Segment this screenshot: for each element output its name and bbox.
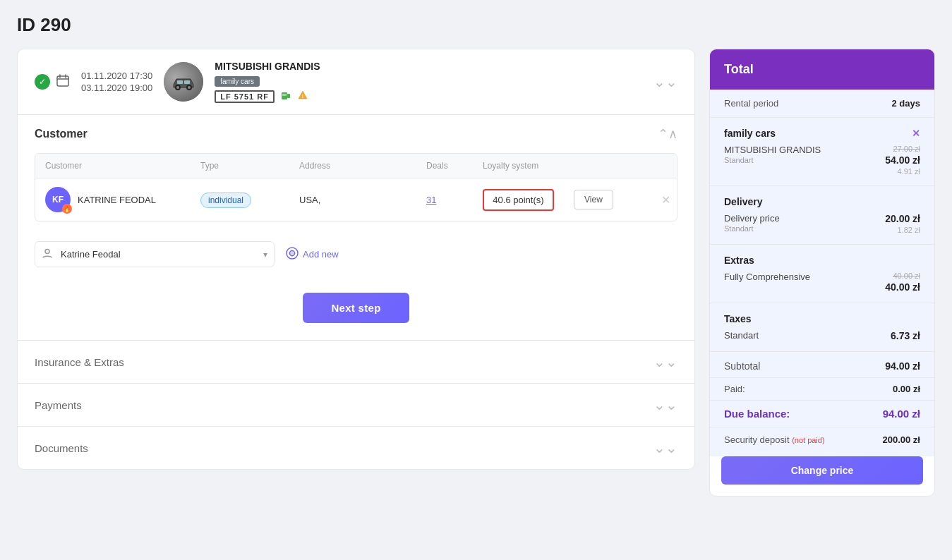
check-icon: ✓ (35, 74, 50, 90)
delivery-price-sub: 1.82 zł (898, 226, 920, 234)
customer-deals-cell[interactable]: 31 (416, 186, 473, 214)
delivery-sublabel: Standart (724, 224, 780, 233)
total-body: Rental period 2 days family cars ✕ MITSU… (710, 90, 934, 456)
group-extras-title: Extras (724, 255, 754, 266)
close-family-cars-button[interactable]: ✕ (912, 128, 920, 139)
not-paid-badge: (not paid) (792, 436, 824, 444)
documents-chevron[interactable]: ⌄ (653, 439, 677, 456)
date-vehicle-chevron[interactable]: ⌄ (653, 73, 677, 90)
change-price-button[interactable]: Change price (721, 456, 923, 485)
add-new-label: Add new (303, 249, 339, 260)
svg-text:!: ! (302, 94, 303, 99)
paid-row: Paid: 0.00 zł (710, 378, 934, 401)
deals-link[interactable]: 31 (426, 195, 436, 205)
svg-rect-9 (282, 94, 287, 96)
customer-select[interactable]: Katrine Feodal (35, 241, 275, 267)
security-label: Security deposit (not paid) (724, 434, 825, 445)
customer-remove-cell[interactable]: ✕ (649, 185, 677, 215)
group-family-cars: family cars ✕ MITSUBISHI GRANDIS Standar… (710, 118, 934, 186)
customer-select-row: Katrine Feodal ▾ Add new (18, 233, 694, 281)
customer-loyalty-cell: 40.6 point(s) (473, 181, 564, 219)
customer-full-name: KATRINE FEODAL (78, 195, 156, 205)
car-info: MITSUBISHI GRANDIS family cars LF 5751 R… (215, 61, 320, 103)
group-extras: Extras Fully Comprehensive 40.00 zł 40.0… (710, 245, 934, 303)
rental-period-value: 2 days (892, 98, 920, 109)
col-header-address: Address (289, 154, 416, 178)
insurance-chevron[interactable]: ⌄ (653, 353, 677, 370)
payments-chevron[interactable]: ⌄ (653, 396, 677, 413)
group-family-cars-title: family cars (724, 128, 776, 139)
group-taxes: Taxes Standart 6.73 zł (710, 303, 934, 352)
customer-address-cell: USA, (289, 186, 416, 214)
insurance-title: Insurance & Extras (35, 356, 124, 368)
insurance-header[interactable]: Insurance & Extras ⌄ (18, 341, 694, 383)
page-title: ID 290 (17, 14, 935, 36)
col-header-customer: Customer (35, 154, 191, 178)
extras-label: Fully Comprehensive (724, 272, 810, 282)
mitsubishi-sublabel: Standart (724, 156, 821, 164)
next-step-wrapper: Next step (18, 281, 694, 340)
car-image (164, 62, 203, 102)
subtotal-row: Subtotal 94.00 zł (710, 352, 934, 378)
extras-price: 40.00 zł (885, 281, 920, 293)
loyalty-points: 40.6 point(s) (493, 195, 543, 205)
avatar: KF 🔥 (45, 187, 71, 212)
col-header-deals: Deals (416, 154, 473, 178)
svg-point-3 (176, 86, 179, 89)
customer-table-header: Customer Type Address Deals Loyalty syst… (35, 154, 677, 178)
mitsubishi-price: 54.00 zł (885, 154, 920, 166)
car-name: MITSUBISHI GRANDIS (215, 61, 320, 72)
customer-section-title: Customer (35, 128, 88, 140)
due-value: 94.00 zł (883, 408, 920, 420)
paid-value: 0.00 zł (893, 384, 920, 394)
customer-chevron[interactable]: ⌃ (658, 126, 677, 142)
add-new-link[interactable]: Add new (286, 247, 339, 262)
col-header-loyalty: Loyalty system (473, 154, 564, 178)
svg-point-11 (45, 249, 49, 253)
taxes-item: Standart 6.73 zł (710, 327, 934, 348)
svg-rect-8 (287, 94, 290, 98)
taxes-standart-label: Standart (724, 330, 759, 341)
group-taxes-title: Taxes (724, 313, 752, 324)
family-cars-item: MITSUBISHI GRANDIS Standart 27.00 zł 54.… (710, 142, 934, 183)
svg-rect-6 (184, 80, 190, 84)
svg-point-4 (188, 86, 191, 89)
delivery-item: Delivery price Standart 20.00 zł 1.82 zł (710, 210, 934, 241)
car-plate: LF 5751 RF (215, 90, 275, 103)
paid-label: Paid: (724, 384, 745, 394)
customer-type-cell: individual (191, 186, 289, 214)
total-title: Total (724, 62, 754, 76)
customer-view-cell[interactable]: View (564, 181, 649, 218)
extras-item: Fully Comprehensive 40.00 zł 40.00 zł (710, 269, 934, 300)
customer-name-cell: KF 🔥 KATRINE FEODAL (35, 178, 191, 221)
col-header-type: Type (191, 154, 289, 178)
view-button[interactable]: View (574, 190, 613, 209)
taxes-price: 6.73 zł (891, 330, 920, 341)
warning-icon: ! (297, 90, 308, 103)
col-header-empty1 (564, 154, 649, 178)
payments-header[interactable]: Payments ⌄ (18, 384, 694, 426)
delivery-price: 20.00 zł (885, 213, 920, 224)
fuel-icon (280, 90, 291, 103)
security-deposit-row: Security deposit (not paid) 200.00 zł (710, 427, 934, 456)
right-panel: Total Rental period 2 days family cars ✕ (709, 49, 935, 497)
remove-customer-button[interactable]: ✕ (658, 191, 673, 209)
calendar-icon (56, 73, 70, 91)
avatar-badge: 🔥 (62, 204, 72, 214)
mitsubishi-old-price: 27.00 zł (893, 145, 920, 153)
rental-period-row: Rental period 2 days (710, 90, 934, 118)
date-times: 01.11.2020 17:30 03.11.2020 19:00 (81, 71, 152, 93)
type-badge: individual (200, 193, 251, 208)
col-header-empty2 (649, 154, 677, 178)
payments-title: Payments (35, 399, 82, 411)
user-icon (42, 248, 53, 261)
customer-section: Customer ⌃ Customer Type Address Deals L… (18, 115, 694, 341)
next-step-button[interactable]: Next step (303, 293, 409, 323)
group-delivery: Delivery Delivery price Standart 20.00 z… (710, 186, 934, 245)
due-balance-row: Due balance: 94.00 zł (710, 401, 934, 427)
customer-select-wrapper: Katrine Feodal ▾ (35, 241, 275, 267)
customer-header: Customer ⌃ (18, 115, 694, 153)
car-category-badge: family cars (215, 76, 260, 87)
documents-header[interactable]: Documents ⌄ (18, 427, 694, 469)
documents-title: Documents (35, 442, 88, 454)
